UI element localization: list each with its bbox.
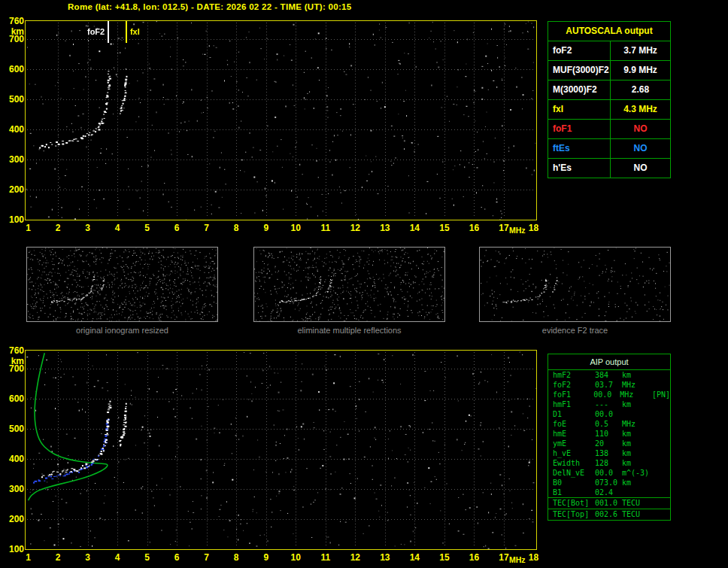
- x-tick: 16: [469, 552, 479, 563]
- thumbnail-eliminate-reflections: [253, 247, 445, 322]
- aip-param-name: hmF1: [553, 399, 595, 409]
- foF2-marker-label: foF2: [80, 27, 105, 36]
- aip-param-value: 384: [595, 370, 622, 380]
- y-tick: 400: [2, 454, 24, 464]
- aip-param-extra: [PN]: [652, 390, 670, 399]
- x-tick: 2: [56, 552, 61, 563]
- y-tick: 100: [2, 544, 24, 554]
- aip-param-unit: km: [622, 429, 655, 439]
- aip-param-extra: [655, 370, 670, 380]
- aip-param-unit: TECU: [622, 498, 655, 509]
- autoscala-row-MUF(3000)F2: MUF(3000)F29.9 MHz: [548, 61, 670, 80]
- autoscala-row-foF2: foF23.7 MHz: [548, 41, 670, 61]
- aip-param-value: 00.0: [593, 390, 620, 399]
- aip-param-name: Ewidth: [553, 458, 595, 468]
- thumbnail-original-canvas: [27, 248, 217, 321]
- aip-param-value: 128: [595, 458, 622, 468]
- aip-param-value: 073.0: [595, 478, 622, 488]
- thumbnail-evidence-f2: [479, 247, 671, 322]
- x-tick: 14: [410, 223, 420, 233]
- x-tick: 16: [469, 223, 479, 233]
- profile-plot: [25, 350, 537, 550]
- y-tick: 760: [2, 345, 24, 356]
- aip-param-unit: km: [622, 399, 655, 409]
- aip-row-TEC[Top]: TEC[Top]002.6TECU: [548, 509, 670, 520]
- aip-param-unit: MHz: [622, 380, 655, 390]
- autoscala-output-title: AUTOSCALA output: [548, 22, 670, 41]
- axis-unit-mhz: MHz: [509, 226, 526, 235]
- aip-param-unit: MHz: [622, 419, 655, 429]
- aip-param-value: 0.5: [595, 419, 622, 429]
- aip-param-unit: [622, 488, 655, 497]
- x-tick: 17: [499, 223, 508, 233]
- x-tick: 8: [234, 552, 239, 563]
- aip-param-name: ymE: [553, 439, 595, 448]
- aip-row-hmE: hmE110km: [548, 429, 670, 439]
- x-tick: 10: [291, 223, 301, 233]
- param-value: NO: [611, 139, 670, 158]
- y-tick: 600: [2, 393, 24, 404]
- aip-row-hmF1: hmF1---km: [548, 399, 670, 409]
- aip-param-unit: km: [622, 478, 655, 488]
- aip-param-unit: km: [622, 448, 655, 458]
- aip-param-name: DelN_vE: [553, 468, 595, 478]
- param-name: MUF(3000)F2: [548, 61, 611, 80]
- autoscala-row-M(3000)F2: M(3000)F22.68: [548, 80, 670, 100]
- x-tick: 9: [263, 552, 268, 563]
- thumbnail-caption-evidence: evidence F2 trace: [479, 326, 671, 335]
- x-tick: 15: [439, 223, 449, 233]
- y-tick: 500: [2, 94, 24, 105]
- x-tick: 13: [380, 552, 390, 563]
- aip-param-unit: m^(-3): [622, 468, 655, 478]
- aip-param-name: foF2: [553, 380, 595, 390]
- station-title: Rome (lat: +41.8, lon: 012.5) - DATE: 20…: [68, 2, 351, 11]
- aip-param-unit: km: [622, 370, 655, 380]
- x-tick: 6: [174, 552, 180, 563]
- param-value: NO: [611, 120, 670, 138]
- x-tick: 8: [234, 223, 239, 233]
- y-tick: 760: [2, 16, 24, 26]
- axis-unit-km: km: [2, 356, 24, 366]
- aip-row-h_vE: h_vE138km: [548, 448, 670, 458]
- param-value: NO: [611, 159, 670, 178]
- aip-param-value: 02.4: [595, 488, 622, 497]
- aip-param-value: 03.7: [595, 380, 622, 390]
- autoscala-output-rows: foF23.7 MHzMUF(3000)F29.9 MHzM(3000)F22.…: [548, 41, 670, 178]
- aip-row-DelN_vE: DelN_vE00.0m^(-3): [548, 468, 670, 478]
- thumbnail-caption-original: original ionogram resized: [26, 326, 218, 335]
- aip-param-name: foE: [553, 419, 595, 429]
- aip-param-extra: [655, 399, 670, 409]
- aip-row-B1: B102.4: [548, 488, 670, 497]
- x-tick: 1: [26, 552, 31, 563]
- x-tick: 17: [499, 552, 508, 563]
- aip-row-hmF2: hmF2384km: [548, 370, 670, 380]
- aip-param-extra: [655, 509, 670, 520]
- aip-param-name: D1: [553, 409, 595, 419]
- aip-param-unit: km: [622, 439, 655, 448]
- x-tick: 7: [204, 223, 209, 233]
- x-tick: 4: [115, 552, 120, 563]
- aip-param-extra: [655, 458, 670, 468]
- param-value: 4.3 MHz: [611, 100, 670, 119]
- x-tick: 6: [174, 223, 180, 233]
- param-name: h'Es: [548, 159, 611, 178]
- thumbnail-original-ionogram: [26, 247, 218, 322]
- aip-param-extra: [655, 498, 670, 509]
- x-tick: 11: [320, 552, 330, 563]
- foF2-marker-line: [108, 21, 109, 43]
- x-tick: 2: [56, 223, 61, 233]
- autoscala-output-table: AUTOSCALA output foF23.7 MHzMUF(3000)F29…: [548, 21, 671, 178]
- aip-param-name: foF1: [553, 390, 593, 399]
- aip-param-extra: [655, 478, 670, 488]
- thumbnail-caption-eliminate: eliminate multiple reflections: [253, 326, 445, 335]
- param-value: 3.7 MHz: [611, 41, 670, 60]
- aip-param-extra: [655, 448, 670, 458]
- autoscala-row-h'Es: h'EsNO: [548, 159, 670, 178]
- fxI-marker-label: fxI: [130, 27, 140, 36]
- aip-param-extra: [655, 439, 670, 448]
- x-tick: 15: [439, 552, 449, 563]
- x-tick: 5: [144, 552, 150, 563]
- aip-row-B0: B0073.0km: [548, 478, 670, 488]
- aip-param-value: 20: [595, 439, 622, 448]
- aip-output-rows: hmF2384kmfoF203.7MHzfoF100.0MHz[PN]hmF1-…: [548, 370, 670, 497]
